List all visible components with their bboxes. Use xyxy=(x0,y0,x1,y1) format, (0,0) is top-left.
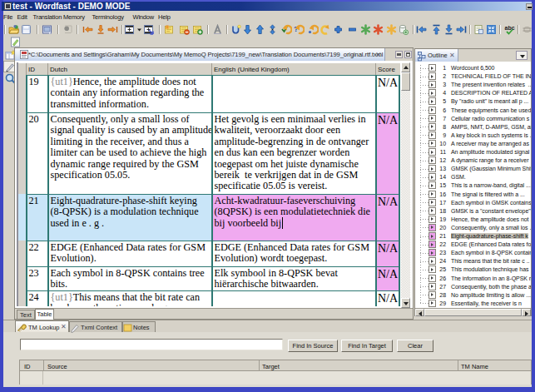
svg-text:abc: abc xyxy=(505,25,515,31)
